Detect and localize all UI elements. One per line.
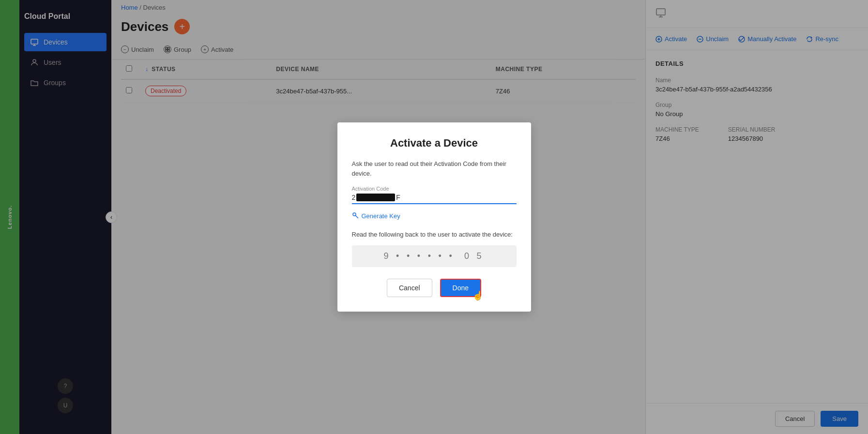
- svg-point-17: [353, 213, 356, 216]
- modal-cancel-button[interactable]: Cancel: [387, 279, 432, 297]
- activation-code-suffix: F: [396, 194, 400, 201]
- svg-line-18: [355, 216, 358, 219]
- generated-code-value: 9 • • • • • • 0 5: [383, 251, 484, 261]
- generated-code-display: 9 • • • • • • 0 5: [352, 245, 517, 267]
- modal-buttons: Cancel Done ☝: [352, 279, 517, 297]
- activation-code-prefix: 2: [352, 194, 356, 201]
- activation-code-masked: [356, 194, 395, 201]
- activation-code-group: Activation Code 2 F: [352, 186, 517, 204]
- generate-key-label: Generate Key: [362, 212, 400, 220]
- modal-overlay: Activate a Device Ask the user to read o…: [0, 0, 868, 434]
- modal-title: Activate a Device: [352, 137, 517, 150]
- activate-device-modal: Activate a Device Ask the user to read o…: [337, 122, 531, 312]
- modal-instruction: Ask the user to read out their Activatio…: [352, 159, 517, 178]
- key-icon: [352, 212, 359, 220]
- generate-key-button[interactable]: Generate Key: [352, 212, 400, 220]
- cursor-pointer-icon: ☝: [472, 290, 483, 301]
- modal-read-instruction: Read the following back to the user to a…: [352, 230, 517, 239]
- activation-code-label: Activation Code: [352, 186, 517, 192]
